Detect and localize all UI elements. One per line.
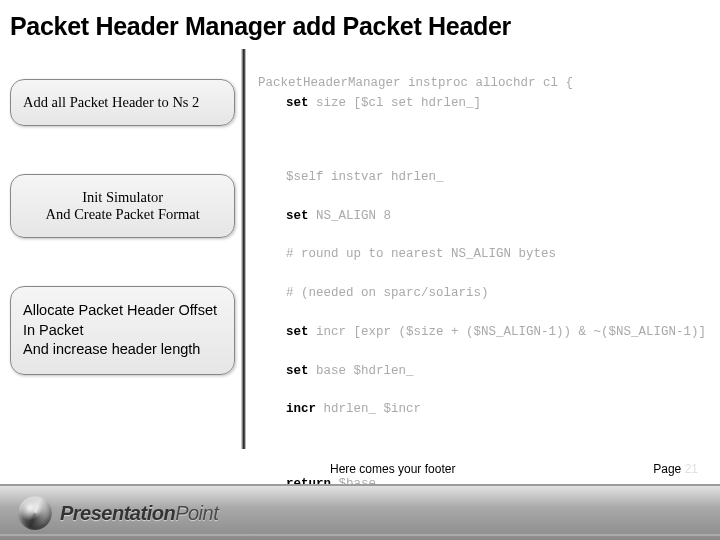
logo-icon <box>18 496 52 530</box>
footer-text: Here comes your footer <box>330 462 455 476</box>
footer-bar: PresentationPoint <box>0 484 720 540</box>
code-line: set NS_ALIGN 8 <box>258 207 706 226</box>
box-text: And increase header length <box>23 340 222 360</box>
code-line: # (needed on sparc/solaris) <box>258 284 706 303</box>
page-number: Page 21 <box>653 462 698 476</box>
left-column: Add all Packet Header to Ns 2 Init Simul… <box>10 49 235 449</box>
code-line: incr hdrlen_ $incr <box>258 400 706 419</box>
code-panel: PacketHeaderManager instproc allochdr cl… <box>252 49 710 449</box>
box-text: Add all Packet Header to Ns 2 <box>23 94 199 110</box>
content-area: Add all Packet Header to Ns 2 Init Simul… <box>0 49 720 449</box>
code-line: $self instvar hdrlen_ <box>258 168 706 187</box>
box-add-headers: Add all Packet Header to Ns 2 <box>10 79 235 126</box>
box-text: In Packet <box>23 321 222 341</box>
vertical-divider <box>241 49 246 449</box>
box-init-simulator: Init Simulator And Create Packet Format <box>10 174 235 238</box>
logo-text: PresentationPoint <box>60 502 218 525</box>
code-line: # round up to nearest NS_ALIGN bytes <box>258 245 706 264</box>
box-text: And Create Packet Format <box>23 206 222 223</box>
page-label: Page <box>653 462 681 476</box>
code-line: set size [$cl set hdrlen_] <box>258 94 706 113</box>
code-line: set base $hdrlen_ <box>258 362 706 381</box>
slide-title: Packet Header Manager add Packet Header <box>0 0 720 49</box>
logo: PresentationPoint <box>18 496 218 530</box>
box-text: Init Simulator <box>23 189 222 206</box>
box-allocate-offset: Allocate Packet Header Offset In Packet … <box>10 286 235 375</box>
page-num: 21 <box>685 462 698 476</box>
code-line: set incr [expr ($size + ($NS_ALIGN-1)) &… <box>258 323 706 342</box>
code-line: PacketHeaderManager instproc allochdr cl… <box>258 76 573 90</box>
box-text: Allocate Packet Header Offset <box>23 301 222 321</box>
